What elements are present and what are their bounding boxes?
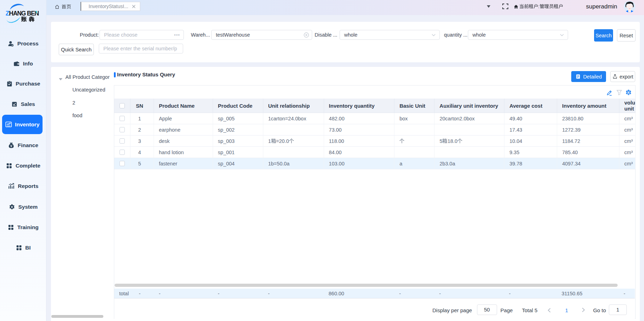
svg-text:ZHANG BEN: ZHANG BEN: [6, 10, 39, 17]
